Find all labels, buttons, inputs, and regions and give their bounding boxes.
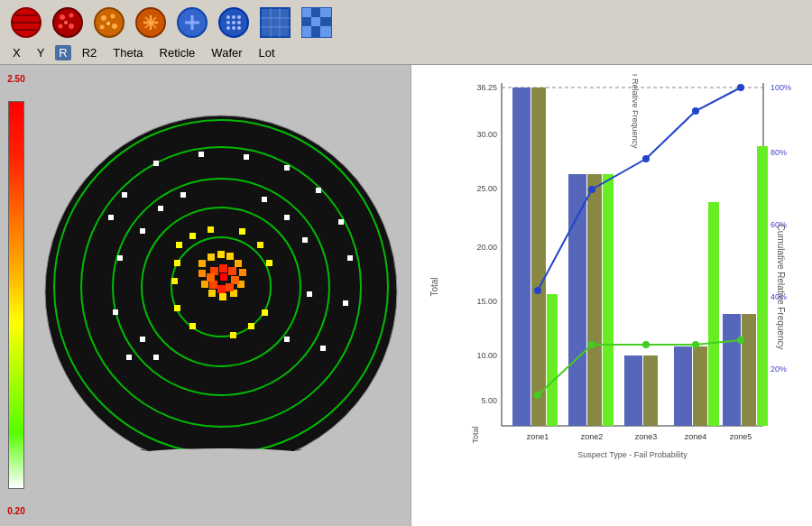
svg-rect-97: [239, 269, 246, 276]
chart-panel: 36.25 30.00 25.00 20.00 15.00 10.00 5.00…: [411, 65, 812, 526]
svg-rect-41: [311, 8, 320, 17]
svg-rect-88: [189, 323, 196, 329]
svg-rect-55: [108, 215, 114, 220]
svg-text:zone2: zone2: [581, 432, 604, 441]
svg-rect-141: [531, 88, 546, 426]
svg-rect-69: [140, 228, 145, 234]
svg-rect-114: [45, 454, 397, 517]
label-r[interactable]: R: [55, 45, 70, 60]
svg-rect-67: [113, 309, 118, 315]
scale-top-value: 2.50: [7, 74, 24, 84]
svg-rect-60: [284, 165, 290, 171]
svg-rect-59: [244, 154, 249, 160]
svg-rect-76: [284, 337, 290, 342]
svg-text:15.00: 15.00: [476, 297, 497, 306]
icon-wafer-8[interactable]: [298, 4, 336, 42]
chart-y-left-title: Total: [429, 277, 439, 296]
svg-rect-44: [311, 17, 320, 26]
svg-rect-112: [220, 273, 227, 281]
svg-point-27: [237, 15, 241, 19]
svg-rect-71: [180, 192, 186, 198]
svg-text:zone5: zone5: [730, 432, 752, 441]
icons-row: [7, 4, 336, 42]
svg-text:100%: 100%: [770, 83, 791, 92]
svg-rect-153: [757, 146, 768, 426]
label-r2[interactable]: R2: [77, 45, 103, 60]
svg-rect-93: [208, 254, 215, 261]
svg-point-12: [111, 14, 115, 19]
svg-point-31: [226, 26, 230, 30]
svg-rect-144: [587, 174, 602, 426]
svg-rect-74: [302, 237, 308, 243]
svg-rect-58: [198, 152, 204, 157]
svg-point-13: [100, 25, 105, 30]
svg-rect-65: [320, 346, 326, 351]
label-y[interactable]: Y: [32, 45, 51, 60]
icon-wafer-2[interactable]: [49, 4, 87, 42]
svg-point-32: [232, 26, 235, 30]
svg-text:Suspect Type - Fail Probabilit: Suspect Type - Fail Probability: [577, 450, 687, 459]
toolbar-labels: X Y R R2 Theta Reticle Wafer Lot: [7, 45, 336, 60]
svg-rect-94: [217, 251, 225, 258]
svg-rect-106: [228, 267, 236, 275]
svg-text:36.25: 36.25: [476, 83, 497, 92]
wafer-canvas: [41, 75, 401, 517]
svg-rect-70: [158, 206, 163, 211]
icon-wafer-6[interactable]: [215, 4, 253, 42]
svg-rect-63: [347, 255, 353, 261]
svg-rect-103: [198, 270, 206, 277]
svg-point-162: [692, 341, 699, 348]
svg-point-160: [588, 341, 595, 348]
label-wafer[interactable]: Wafer: [206, 45, 247, 60]
svg-point-14: [112, 23, 117, 29]
svg-rect-72: [262, 197, 267, 202]
svg-rect-73: [284, 215, 290, 220]
wafer-map-panel: 2.50 0.20: [0, 65, 411, 526]
svg-rect-77: [140, 337, 145, 342]
svg-rect-109: [217, 285, 226, 293]
svg-text:25.00: 25.00: [476, 184, 497, 193]
svg-point-29: [232, 21, 235, 24]
svg-rect-86: [248, 323, 254, 329]
svg-text:10.00: 10.00: [476, 351, 497, 360]
svg-rect-46: [302, 26, 311, 37]
icon-wafer-7[interactable]: [256, 4, 294, 42]
svg-rect-108: [226, 283, 234, 291]
svg-rect-84: [266, 260, 272, 266]
svg-rect-85: [262, 309, 268, 316]
svg-rect-47: [311, 26, 320, 37]
svg-rect-79: [176, 242, 182, 248]
svg-point-25: [226, 15, 230, 19]
svg-rect-148: [674, 346, 692, 426]
icon-wafer-3[interactable]: [90, 4, 128, 42]
svg-text:Cumulative Relative Frequency: Cumulative Relative Frequency: [631, 74, 640, 149]
svg-point-6: [69, 14, 74, 18]
label-x[interactable]: X: [7, 45, 26, 60]
svg-point-156: [642, 155, 650, 162]
svg-point-9: [64, 21, 68, 24]
svg-rect-101: [208, 290, 216, 297]
icon-wafer-4[interactable]: [132, 4, 170, 42]
svg-rect-96: [235, 260, 242, 267]
svg-point-11: [101, 15, 106, 21]
svg-point-115: [131, 448, 311, 463]
svg-point-5: [60, 14, 65, 20]
svg-text:Total: Total: [471, 426, 480, 443]
svg-point-159: [534, 392, 541, 399]
icon-wafer-5[interactable]: [173, 4, 211, 42]
svg-rect-147: [643, 355, 658, 426]
svg-rect-107: [231, 276, 239, 284]
label-theta[interactable]: Theta: [107, 45, 148, 60]
icon-wafer-1[interactable]: [7, 4, 45, 42]
svg-rect-149: [693, 346, 707, 426]
svg-text:20%: 20%: [770, 365, 787, 374]
label-reticle[interactable]: Reticle: [154, 45, 201, 60]
svg-rect-68: [126, 355, 132, 360]
svg-rect-81: [208, 226, 214, 233]
svg-rect-110: [209, 281, 217, 289]
svg-rect-45: [320, 17, 331, 26]
svg-rect-61: [316, 188, 321, 193]
label-lot[interactable]: Lot: [254, 45, 281, 60]
svg-rect-83: [257, 242, 263, 248]
svg-rect-89: [174, 305, 180, 311]
